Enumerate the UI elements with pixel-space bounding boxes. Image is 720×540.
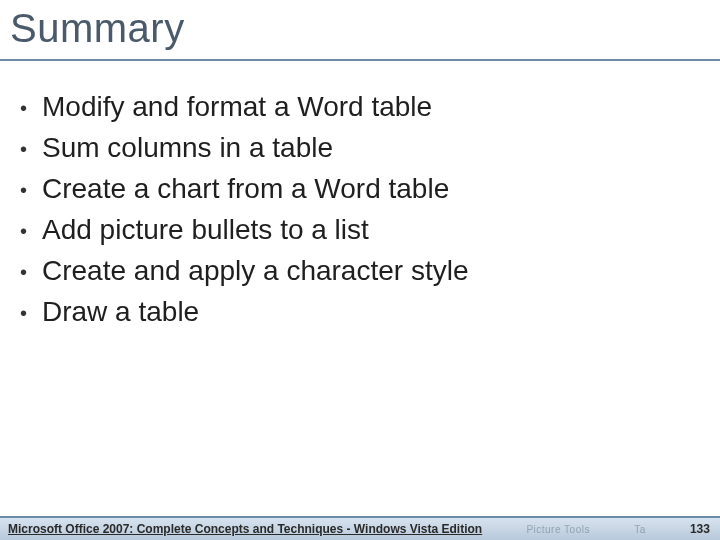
bullet-icon: • <box>20 303 42 323</box>
bullet-text: Modify and format a Word table <box>42 89 432 124</box>
bullet-icon: • <box>20 180 42 200</box>
bullet-text: Sum columns in a table <box>42 130 333 165</box>
list-item: • Create a chart from a Word table <box>20 171 700 206</box>
bullet-text: Create and apply a character style <box>42 253 468 288</box>
footer: Microsoft Office 2007: Complete Concepts… <box>0 516 720 540</box>
bullet-text: Draw a table <box>42 294 199 329</box>
list-item: • Add picture bullets to a list <box>20 212 700 247</box>
content-area: • Modify and format a Word table • Sum c… <box>0 61 720 329</box>
bullet-icon: • <box>20 139 42 159</box>
bullet-icon: • <box>20 221 42 241</box>
slide: Summary • Modify and format a Word table… <box>0 0 720 540</box>
list-item: • Modify and format a Word table <box>20 89 700 124</box>
bullet-icon: • <box>20 98 42 118</box>
bullet-icon: • <box>20 262 42 282</box>
bullet-list: • Modify and format a Word table • Sum c… <box>20 89 700 329</box>
title-area: Summary <box>0 0 720 61</box>
list-item: • Create and apply a character style <box>20 253 700 288</box>
bullet-text: Add picture bullets to a list <box>42 212 369 247</box>
list-item: • Sum columns in a table <box>20 130 700 165</box>
slide-title: Summary <box>10 6 710 51</box>
page-number: 133 <box>690 522 710 536</box>
list-item: • Draw a table <box>20 294 700 329</box>
footer-ghost-text: Picture Tools <box>526 524 590 535</box>
footer-ghost-text: Ta <box>634 524 646 535</box>
footer-source: Microsoft Office 2007: Complete Concepts… <box>8 522 482 536</box>
bullet-text: Create a chart from a Word table <box>42 171 449 206</box>
